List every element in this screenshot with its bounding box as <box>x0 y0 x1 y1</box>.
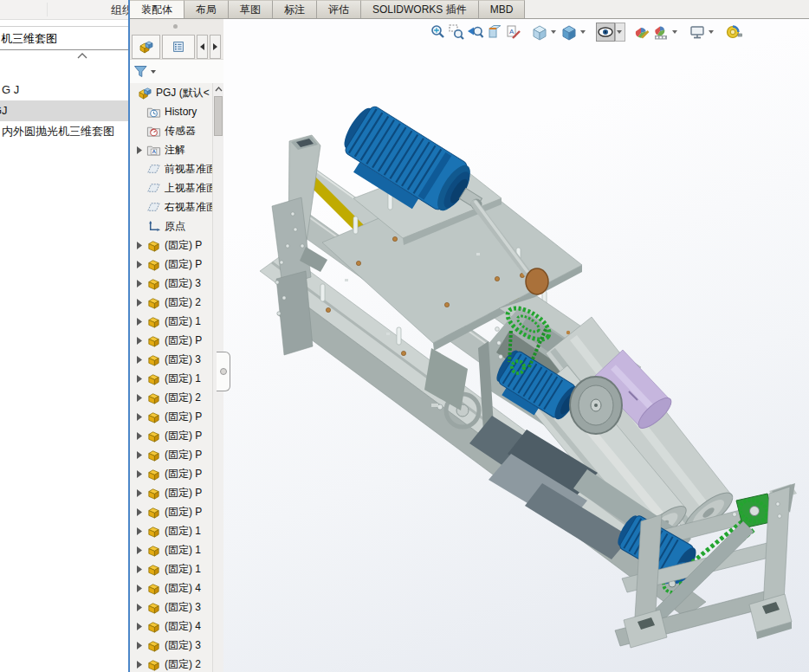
expand-arrow-icon[interactable] <box>137 280 143 288</box>
tree-component-row[interactable]: (固定) P <box>130 502 212 521</box>
panel-tab-scroll-right[interactable] <box>210 35 221 59</box>
tree-component-row[interactable]: (固定) P <box>130 331 212 350</box>
tree-component-row[interactable]: (固定) P <box>130 483 212 502</box>
previous-view-icon[interactable] <box>466 23 485 42</box>
tab-featuremanager-tree[interactable] <box>132 35 160 59</box>
ribbon-tab[interactable]: 装配体 <box>130 0 184 18</box>
ribbon-tab[interactable]: MBD <box>479 0 526 18</box>
ribbon-tab[interactable]: 布局 <box>184 0 229 18</box>
tab-propertymanager[interactable] <box>162 35 195 59</box>
tree-component-row[interactable]: (固定) 1 <box>130 369 212 388</box>
view-settings-icon[interactable] <box>688 23 707 42</box>
expand-arrow-icon[interactable] <box>137 299 143 307</box>
tree-component-row[interactable]: (固定) P <box>130 445 212 464</box>
expand-arrow-icon[interactable] <box>137 375 143 383</box>
ribbon-tab[interactable]: 草图 <box>229 0 273 18</box>
expand-arrow-icon[interactable] <box>137 261 143 268</box>
hide-show-items-icon[interactable] <box>596 23 615 42</box>
view-orientation-dropdown[interactable] <box>549 23 560 42</box>
tree-component-row[interactable]: (固定) 1 <box>130 559 212 578</box>
tree-component-row[interactable]: (固定) 1 <box>130 521 212 540</box>
filename-field[interactable]: 机三维套图 <box>0 26 128 50</box>
graphics-viewport[interactable]: A <box>223 19 809 672</box>
expand-arrow-icon[interactable] <box>137 642 143 649</box>
part-icon <box>146 448 161 462</box>
ribbon-tab[interactable]: 评估 <box>317 0 361 18</box>
list-item[interactable]: GJ <box>0 100 128 121</box>
ribbon-tab[interactable]: SOLIDWORKS 插件 <box>361 0 479 18</box>
expand-arrow-icon[interactable] <box>137 470 143 478</box>
tree-component-row[interactable]: (固定) P <box>130 426 212 445</box>
expand-arrow-icon[interactable] <box>137 394 143 402</box>
expand-arrow-icon[interactable] <box>137 242 143 249</box>
apply-scene-icon[interactable] <box>651 23 670 42</box>
view-settings-dropdown[interactable] <box>707 23 717 42</box>
tree-component-row[interactable]: (固定) 3 <box>130 350 212 369</box>
tree-component-row[interactable]: (固定) P <box>130 464 212 483</box>
tree-component-row[interactable]: (固定) P <box>130 255 212 274</box>
zoom-to-fit-icon[interactable] <box>428 23 447 42</box>
expand-arrow-icon[interactable] <box>137 527 143 535</box>
measure-tape-icon[interactable] <box>724 23 743 42</box>
list-item[interactable]: 内外圆抛光机三维套图 <box>0 121 128 142</box>
polish-wheel[interactable] <box>526 268 548 294</box>
scrollbar-thumb[interactable] <box>214 96 223 136</box>
panel-splitter-handle[interactable] <box>217 352 230 391</box>
display-style-icon[interactable] <box>560 23 579 42</box>
panel-drag-handle-dot[interactable] <box>173 24 178 29</box>
collapse-chevron-icon[interactable] <box>76 52 88 60</box>
tree-item[interactable]: History <box>130 102 212 121</box>
panel-tab-scroll-left[interactable] <box>197 35 208 59</box>
apply-scene-dropdown[interactable] <box>670 23 681 42</box>
scroll-up-arrow[interactable] <box>213 83 223 94</box>
tree-component-row[interactable]: (固定) 3 <box>130 598 212 617</box>
expand-arrow-icon[interactable] <box>137 623 143 630</box>
tree-item-icon <box>146 200 161 215</box>
expand-arrow-icon[interactable] <box>137 451 143 459</box>
expand-arrow-icon[interactable] <box>137 413 143 421</box>
tree-item[interactable]: 右视基准面 <box>130 197 212 216</box>
tree-component-row[interactable]: (固定) 2 <box>130 655 212 672</box>
tree-item[interactable]: 上视基准面 <box>130 178 212 197</box>
expand-arrow-icon[interactable] <box>137 318 143 326</box>
expand-arrow-icon[interactable] <box>137 661 143 669</box>
edit-appearance-icon[interactable] <box>632 23 651 42</box>
expand-arrow-icon[interactable] <box>137 356 143 364</box>
tree-item[interactable]: 传感器 <box>130 121 212 140</box>
tree-root-assembly[interactable]: PGJ (默认< <box>130 83 212 102</box>
tree-component-row[interactable]: (固定) 1 <box>130 312 212 331</box>
display-style-dropdown[interactable] <box>579 23 589 42</box>
expand-arrow-icon[interactable] <box>137 337 143 345</box>
tree-component-row[interactable]: (固定) P <box>130 407 212 426</box>
pulley-disc[interactable] <box>570 377 622 434</box>
tree-component-row[interactable]: (固定) 2 <box>130 388 212 407</box>
tree-component-row[interactable]: (固定) 2 <box>130 293 212 312</box>
list-item[interactable]: G J <box>0 80 128 100</box>
tree-item[interactable]: 前视基准面 <box>130 159 212 178</box>
zoom-to-area-icon[interactable] <box>447 23 466 42</box>
expand-arrow-icon[interactable] <box>137 565 143 573</box>
expand-arrow-icon[interactable] <box>137 508 143 516</box>
tree-component-row[interactable]: (固定) P <box>130 236 212 255</box>
tree-component-row[interactable]: (固定) 3 <box>130 274 212 293</box>
part-icon <box>146 333 161 348</box>
view-orientation-icon[interactable] <box>530 23 549 42</box>
tree-component-row[interactable]: (固定) 1 <box>130 540 212 559</box>
tree-item[interactable]: 原点 <box>130 216 212 236</box>
expand-arrow-icon[interactable] <box>137 432 143 440</box>
hide-show-items-dropdown[interactable] <box>615 23 625 42</box>
tree-item[interactable]: 注解 <box>130 140 212 159</box>
expand-arrow-icon[interactable] <box>137 604 143 611</box>
filter-funnel-icon[interactable] <box>133 65 148 79</box>
section-view-icon[interactable] <box>485 23 504 42</box>
tree-component-row[interactable]: (固定) 3 <box>130 636 212 655</box>
expand-arrow-icon[interactable] <box>137 146 143 154</box>
expand-arrow-icon[interactable] <box>137 585 143 592</box>
tree-component-row[interactable]: (固定) 4 <box>130 617 212 636</box>
expand-arrow-icon[interactable] <box>137 489 143 497</box>
expand-arrow-icon[interactable] <box>137 546 143 554</box>
tree-component-row[interactable]: (固定) 4 <box>130 578 212 598</box>
filter-dropdown-caret[interactable] <box>151 70 156 74</box>
ribbon-tab[interactable]: 标注 <box>273 0 317 18</box>
hide-show-annotations-icon[interactable]: A <box>504 23 523 42</box>
